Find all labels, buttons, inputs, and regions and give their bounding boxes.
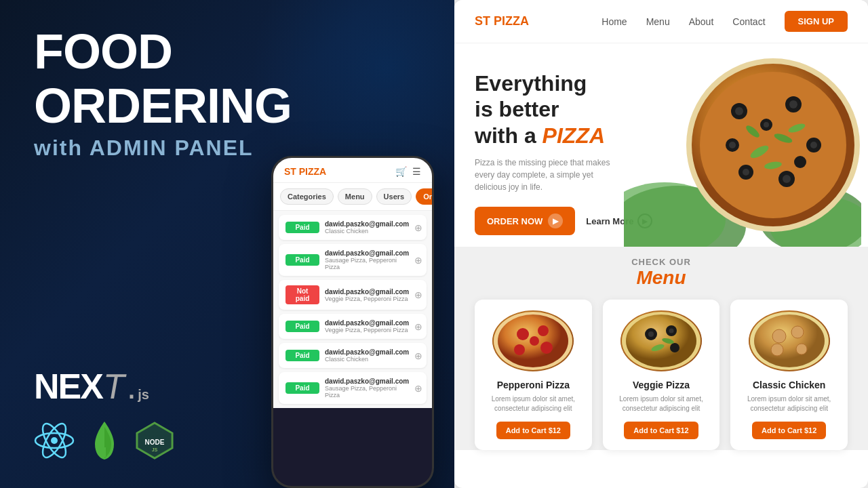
- phone-frame: ST PIZZA 🛒 ☰ Categories Menu Users Order…: [271, 156, 434, 488]
- status-badge: Paid: [285, 254, 319, 266]
- svg-point-21: [810, 142, 817, 148]
- status-badge: Paid: [285, 321, 319, 332]
- nextjs-logo: NEX T . js: [34, 366, 175, 407]
- tab-categories[interactable]: Categories: [280, 188, 334, 205]
- card-name-pepperoni: Pepperoni Pizza: [497, 380, 570, 390]
- nextjs-slash: T: [100, 366, 129, 407]
- main-title: FOOD ORDERING: [34, 27, 420, 136]
- chevron-icon: ⊕: [414, 222, 422, 233]
- chevron-icon: ⊕: [414, 289, 422, 300]
- add-cart-pepperoni-button[interactable]: Add to Cart $12: [496, 422, 570, 439]
- tech-icons: NODE JS: [34, 420, 175, 461]
- hero-heading-part3: with a: [475, 123, 542, 148]
- nav-links: Home Menu About Contact SIGN UP: [601, 11, 848, 32]
- svg-point-39: [538, 325, 549, 336]
- hero-heading-part2: is better: [475, 97, 559, 121]
- chevron-icon: ⊕: [414, 383, 422, 394]
- order-info: dawid.paszko@gmail.com Classic Chicken: [325, 220, 409, 235]
- hero-section: Everything is better with a PIZZA Pizza …: [454, 43, 868, 247]
- chevron-icon: ⊕: [414, 321, 422, 332]
- svg-point-42: [530, 336, 539, 346]
- right-panel: ST PIZZA Home Menu About Contact SIGN UP…: [454, 0, 868, 488]
- order-items: Classic Chicken: [325, 356, 409, 363]
- status-badge: Paid: [285, 350, 319, 361]
- status-badge: Paid: [285, 222, 319, 233]
- status-badge: Not paid: [285, 285, 319, 304]
- title-line2: ORDERING: [34, 81, 420, 130]
- mongodb-icon: [88, 420, 121, 461]
- order-items: Veggie Pizza, Pepperoni Pizza: [325, 327, 409, 333]
- nav-menu[interactable]: Menu: [646, 16, 670, 27]
- hero-description: Pizza is the missing piece that makes ev…: [475, 157, 624, 193]
- order-email: dawid.paszko@gmail.com: [325, 249, 409, 257]
- pizza-hero-image: [685, 57, 861, 233]
- order-info: dawid.paszko@gmail.com Sausage Pizza, Pe…: [325, 378, 409, 399]
- nextjs-text: NEX: [34, 369, 102, 404]
- order-email: dawid.paszko@gmail.com: [325, 319, 409, 327]
- menu-card-chicken: Classic Chicken Lorem ipsum dolor sit am…: [730, 300, 848, 450]
- tab-menu[interactable]: Menu: [338, 188, 372, 205]
- nav-about[interactable]: About: [689, 16, 714, 27]
- svg-point-53: [754, 314, 825, 367]
- signup-button[interactable]: SIGN UP: [785, 11, 848, 32]
- svg-point-25: [743, 169, 749, 176]
- card-desc-chicken: Lorem ipsum dolor sit amet, consectetur …: [741, 394, 837, 413]
- order-item: Paid dawid.paszko@gmail.com Veggie Pizza…: [279, 314, 427, 339]
- order-item: Paid dawid.paszko@gmail.com Sausage Pizz…: [279, 372, 427, 404]
- order-item: Paid dawid.paszko@gmail.com Sausage Pizz…: [279, 244, 427, 276]
- nextjs-suffix: js: [138, 387, 149, 403]
- phone-mockup: ST PIZZA 🛒 ☰ Categories Menu Users Order…: [271, 156, 434, 488]
- order-items: Sausage Pizza, Pepperoni Pizza: [325, 385, 409, 399]
- svg-point-38: [517, 328, 529, 340]
- add-cart-veggie-button[interactable]: Add to Cart $12: [624, 422, 698, 439]
- svg-point-49: [670, 343, 679, 352]
- nodejs-icon: NODE JS: [134, 420, 175, 461]
- svg-point-40: [540, 342, 553, 354]
- svg-rect-4: [103, 447, 106, 457]
- order-now-button[interactable]: ORDER NOW ▶: [475, 207, 575, 235]
- phone-tabs[interactable]: Categories Menu Users Orders: [273, 183, 432, 211]
- subtitle-prefix: with: [34, 136, 90, 160]
- check-our-label: CHECK OUR: [475, 257, 848, 267]
- menu-card-veggie: Veggie Pizza Lorem ipsum dolor sit amet,…: [603, 300, 720, 450]
- tab-users[interactable]: Users: [376, 188, 412, 205]
- tab-orders[interactable]: Orders: [416, 188, 434, 205]
- card-desc-veggie: Lorem ipsum dolor sit amet, consectetur …: [614, 394, 709, 413]
- chevron-icon: ⊕: [414, 255, 422, 266]
- add-cart-chicken-button[interactable]: Add to Cart $12: [752, 422, 826, 439]
- order-item: Paid dawid.paszko@gmail.com Classic Chic…: [279, 215, 427, 240]
- svg-point-57: [771, 344, 783, 356]
- nextjs-text2: .: [127, 369, 135, 404]
- order-item: Not paid dawid.paszko@gmail.com Veggie P…: [279, 280, 427, 310]
- svg-point-54: [772, 329, 786, 343]
- order-info: dawid.paszko@gmail.com Veggie Pizza, Pep…: [325, 319, 409, 333]
- svg-point-17: [735, 107, 743, 115]
- order-email: dawid.paszko@gmail.com: [325, 348, 409, 356]
- svg-point-23: [783, 175, 791, 183]
- menu-card-pepperoni: Pepperoni Pizza Lorem ipsum dolor sit am…: [475, 300, 592, 450]
- order-items: Classic Chicken: [325, 228, 409, 235]
- chevron-icon: ⊕: [414, 350, 422, 361]
- hero-heading-part1: Everything: [475, 71, 587, 96]
- order-email: dawid.paszko@gmail.com: [325, 288, 409, 296]
- svg-point-44: [626, 314, 696, 367]
- svg-point-48: [669, 329, 674, 333]
- order-now-label: ORDER NOW: [487, 216, 542, 226]
- svg-point-30: [794, 156, 806, 168]
- svg-point-56: [796, 344, 807, 354]
- nav-contact[interactable]: Contact: [732, 16, 765, 27]
- phone-orders-list: Paid dawid.paszko@gmail.com Classic Chic…: [273, 211, 432, 408]
- phone-header: ST PIZZA 🛒 ☰: [273, 158, 432, 183]
- order-item: Paid dawid.paszko@gmail.com Classic Chic…: [279, 343, 427, 368]
- nav-home[interactable]: Home: [601, 16, 627, 27]
- pepperoni-pizza-image: [492, 310, 574, 371]
- card-name-veggie: Veggie Pizza: [633, 380, 690, 390]
- card-name-chicken: Classic Chicken: [753, 380, 825, 390]
- site-nav: ST PIZZA Home Menu About Contact SIGN UP: [454, 0, 868, 43]
- website-frame: ST PIZZA Home Menu About Contact SIGN UP…: [454, 0, 868, 488]
- svg-point-15: [700, 72, 846, 218]
- hero-pizza-area: [665, 64, 848, 247]
- order-email: dawid.paszko@gmail.com: [325, 378, 409, 385]
- react-icon: [34, 420, 75, 461]
- veggie-pizza-image: [620, 310, 702, 371]
